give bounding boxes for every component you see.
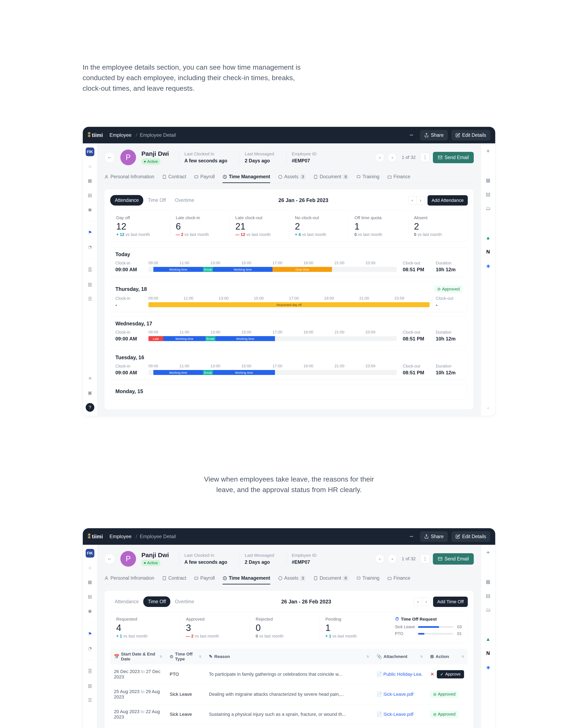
building-icon[interactable]: ▥: [86, 681, 94, 690]
edit-details-button[interactable]: Edit Details: [451, 130, 490, 140]
tab-finance[interactable]: Finance: [387, 171, 410, 183]
tab-document[interactable]: Document8: [313, 572, 348, 584]
date-prev-button[interactable]: ‹: [408, 196, 417, 205]
back-button[interactable]: ←: [104, 152, 115, 163]
tab-time-management[interactable]: Time Management: [223, 572, 270, 584]
pill-attendance[interactable]: Attendance: [110, 195, 143, 206]
org-badge[interactable]: FIK: [86, 549, 94, 557]
chart-icon[interactable]: ◔: [86, 243, 94, 252]
tab-personal[interactable]: Personal Infromation: [104, 572, 154, 584]
app-icon-1[interactable]: ▦: [485, 177, 492, 184]
list-icon[interactable]: ☰: [86, 696, 94, 705]
tab-contract[interactable]: Contract: [162, 171, 186, 183]
notion-icon[interactable]: N: [485, 248, 492, 255]
tab-payroll[interactable]: Payroll: [194, 171, 215, 183]
tab-time-management[interactable]: Time Management: [223, 171, 270, 183]
col-reason[interactable]: ✎ Reason⇅: [205, 652, 373, 661]
pill-timeoff[interactable]: Time Off: [143, 596, 170, 607]
share-button[interactable]: Share: [420, 531, 447, 542]
employee-more-button[interactable]: ⋮: [420, 554, 430, 563]
prev-employee-button[interactable]: ‹: [375, 554, 384, 563]
breadcrumb-employee[interactable]: Employee: [109, 132, 132, 138]
attachment-link[interactable]: 📄 Public Holiday-Lea...: [377, 672, 423, 677]
org-badge[interactable]: FIK: [86, 148, 94, 156]
pill-overtime[interactable]: Overtime: [170, 195, 199, 206]
app-icon-1[interactable]: ▦: [485, 578, 492, 585]
document-icon[interactable]: ▤: [86, 592, 94, 601]
prev-employee-button[interactable]: ‹: [375, 153, 384, 162]
more-icon[interactable]: •••: [407, 531, 416, 542]
plus-icon[interactable]: +: [485, 148, 492, 155]
date-next-button[interactable]: ›: [417, 196, 425, 205]
stat-delta: + 12 vs last month: [116, 232, 164, 237]
users-icon[interactable]: ⚑: [86, 630, 94, 638]
avatar: P: [120, 551, 136, 567]
pill-attendance[interactable]: Attendance: [110, 596, 143, 607]
tab-finance[interactable]: Finance: [387, 572, 410, 584]
help-icon[interactable]: ?: [86, 403, 94, 412]
tab-assets[interactable]: Assets3: [278, 572, 306, 584]
logo-icon: ⁑: [88, 132, 91, 139]
attachment-link[interactable]: 📄 Sick-Leave.pdf: [377, 712, 423, 717]
date-prev-button[interactable]: ‹: [414, 598, 422, 606]
home-icon[interactable]: ⌂: [86, 162, 94, 171]
app-icon-3[interactable]: 🗂: [485, 205, 492, 212]
calendar-icon[interactable]: ▦: [86, 578, 94, 587]
tab-assets[interactable]: Assets3: [278, 171, 306, 183]
edit-details-button[interactable]: Edit Details: [451, 531, 490, 542]
approve-button[interactable]: Approve: [437, 670, 464, 678]
plus-icon[interactable]: +: [485, 549, 492, 556]
layout-icon[interactable]: ▣: [86, 389, 94, 397]
col-attachment[interactable]: 📎 Attachment⇅: [373, 652, 426, 661]
add-timeoff-button[interactable]: Add Time Off: [433, 597, 468, 607]
list-icon[interactable]: ☰: [86, 294, 94, 303]
calendar-icon[interactable]: ▦: [86, 176, 94, 185]
more-icon[interactable]: •••: [407, 130, 416, 140]
reject-button[interactable]: ✕: [430, 671, 434, 677]
tab-personal[interactable]: Personal Infromation: [104, 171, 154, 183]
add-attendance-button[interactable]: Add Attendance: [428, 195, 468, 206]
collapse-right-button[interactable]: ‹: [484, 404, 492, 412]
globe-icon[interactable]: ◉: [86, 205, 94, 214]
app-icon-3[interactable]: 🗂: [485, 606, 492, 613]
col-action[interactable]: ⊞ Action⇅: [426, 652, 468, 661]
users-icon[interactable]: ⚑: [86, 228, 94, 237]
cell-reason: Dealing with migraine attacks characteri…: [205, 692, 373, 697]
dropbox-icon[interactable]: ◈: [485, 664, 492, 671]
tab-training[interactable]: Training: [356, 572, 379, 584]
app-icon-2[interactable]: ▤: [485, 191, 492, 198]
tab-payroll[interactable]: Payroll: [194, 572, 215, 584]
date-next-button[interactable]: ›: [422, 598, 431, 606]
next-employee-button[interactable]: ›: [388, 153, 397, 162]
drive-icon[interactable]: ▲: [485, 636, 492, 643]
dropbox-icon[interactable]: ◈: [485, 262, 492, 269]
drive-icon[interactable]: ▲: [485, 234, 492, 241]
col-type[interactable]: ⊙ Time Off Type⇅: [166, 652, 205, 661]
document-icon[interactable]: ▤: [86, 191, 94, 200]
settings-icon[interactable]: ✳: [86, 374, 94, 383]
case-icon[interactable]: 🗄: [86, 266, 94, 274]
pill-overtime[interactable]: Overtime: [170, 596, 199, 607]
globe-icon[interactable]: ◉: [86, 607, 94, 616]
next-employee-button[interactable]: ›: [388, 554, 397, 563]
breadcrumb-employee[interactable]: Employee: [109, 534, 132, 539]
send-email-button[interactable]: Send Email: [433, 152, 474, 163]
attachment-link[interactable]: 📄 Sick-Leave.pdf: [377, 692, 423, 697]
notion-icon[interactable]: N: [485, 650, 492, 657]
back-button[interactable]: ←: [104, 553, 115, 564]
share-button[interactable]: Share: [420, 130, 447, 140]
building-icon[interactable]: ▥: [86, 280, 94, 289]
chart-icon[interactable]: ◔: [86, 644, 94, 653]
col-date[interactable]: 📅 Start Date & End Date⇅: [110, 652, 166, 661]
pill-timeoff[interactable]: Time Off: [143, 195, 170, 206]
tab-contract[interactable]: Contract: [162, 572, 186, 584]
employee-more-button[interactable]: ⋮: [420, 153, 430, 162]
tab-document[interactable]: Document8: [313, 171, 348, 183]
meta-value: A few seconds ago: [184, 560, 227, 565]
send-email-button[interactable]: Send Email: [433, 553, 474, 565]
hour-tick: 17:00: [273, 330, 303, 335]
home-icon[interactable]: ⌂: [86, 563, 94, 572]
case-icon[interactable]: 🗄: [86, 667, 94, 676]
app-icon-2[interactable]: ▤: [485, 592, 492, 599]
tab-training[interactable]: Training: [356, 171, 379, 183]
